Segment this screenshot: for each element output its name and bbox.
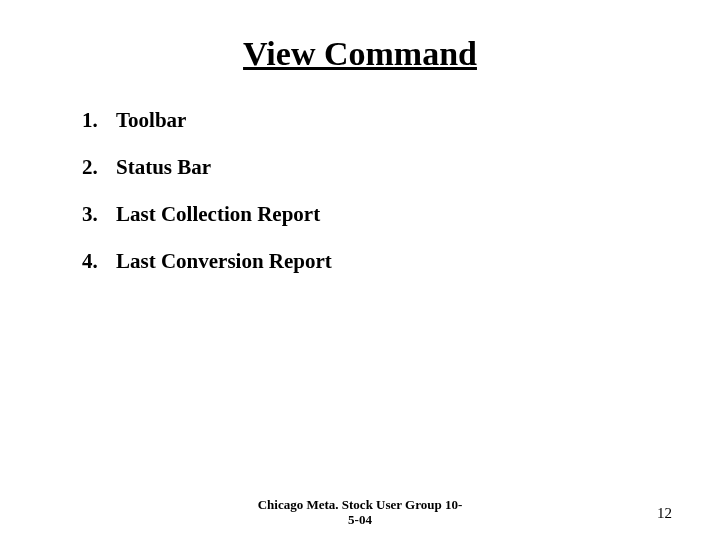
list-item: 1. Toolbar	[82, 108, 650, 133]
list-number: 3.	[82, 202, 102, 227]
list-number: 4.	[82, 249, 102, 274]
page-number: 12	[657, 505, 672, 522]
footer: Chicago Meta. Stock User Group 10- 5-04	[0, 497, 720, 528]
footer-line2: 5-04	[348, 512, 372, 527]
list-label: Status Bar	[116, 155, 211, 180]
list-number: 2.	[82, 155, 102, 180]
numbered-list: 1. Toolbar 2. Status Bar 3. Last Collect…	[70, 108, 650, 274]
list-label: Last Collection Report	[116, 202, 320, 227]
list-label: Toolbar	[116, 108, 186, 133]
list-item: 2. Status Bar	[82, 155, 650, 180]
list-number: 1.	[82, 108, 102, 133]
list-item: 3. Last Collection Report	[82, 202, 650, 227]
list-item: 4. Last Conversion Report	[82, 249, 650, 274]
footer-text: Chicago Meta. Stock User Group 10- 5-04	[258, 497, 463, 528]
footer-line1: Chicago Meta. Stock User Group 10-	[258, 497, 463, 512]
list-label: Last Conversion Report	[116, 249, 332, 274]
slide: View Command 1. Toolbar 2. Status Bar 3.…	[0, 0, 720, 540]
page-title: View Command	[70, 35, 650, 73]
